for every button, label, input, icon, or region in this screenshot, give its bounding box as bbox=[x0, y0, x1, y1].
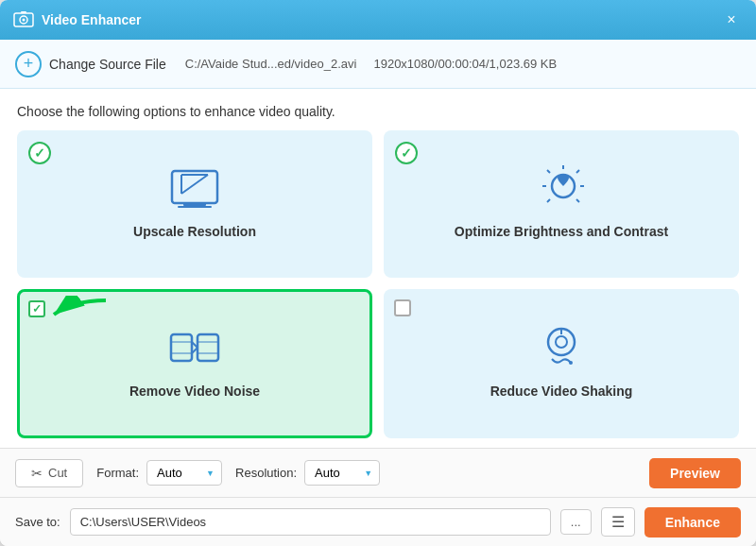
plus-icon: + bbox=[15, 51, 42, 77]
save-bar: Save to: ... ☰ Enhance bbox=[0, 497, 756, 546]
window-title: Video Enhancer bbox=[42, 12, 720, 27]
brightness-icon bbox=[533, 165, 590, 213]
bottom-toolbar: ✂ Cut Format: Auto Resolution: Auto Prev… bbox=[0, 448, 756, 497]
shaking-icon bbox=[533, 325, 590, 372]
close-button[interactable]: × bbox=[720, 9, 743, 31]
main-window: Video Enhancer × + Change Source File C:… bbox=[0, 0, 756, 546]
option-card-shaking[interactable]: Reduce Video Shaking bbox=[384, 289, 739, 438]
svg-line-17 bbox=[547, 199, 550, 202]
preview-button[interactable]: Preview bbox=[649, 458, 741, 488]
save-to-label: Save to: bbox=[15, 515, 60, 529]
folder-icon: ☰ bbox=[611, 514, 625, 530]
svg-point-30 bbox=[569, 361, 573, 365]
svg-line-7 bbox=[181, 175, 208, 194]
noise-label: Remove Video Noise bbox=[129, 384, 260, 399]
title-bar: Video Enhancer × bbox=[0, 0, 756, 40]
file-metadata: 1920x1080/00:00:04/1,023.69 KB bbox=[373, 57, 557, 71]
resolution-dropdown-wrapper: Auto bbox=[304, 460, 380, 486]
save-path-input[interactable] bbox=[70, 508, 551, 536]
shaking-label: Reduce Video Shaking bbox=[490, 384, 633, 399]
source-file-info: C:/AVaide Stud...ed/video_2.avi 1920x108… bbox=[185, 57, 557, 71]
svg-rect-19 bbox=[171, 334, 192, 361]
instruction-text: Choose the following options to enhance … bbox=[17, 104, 739, 119]
browse-dots-button[interactable]: ... bbox=[560, 509, 592, 535]
option-card-upscale[interactable]: Upscale Resolution bbox=[17, 130, 372, 278]
change-source-label: Change Source File bbox=[49, 57, 166, 72]
option-card-brightness[interactable]: Optimize Brightness and Contrast bbox=[384, 130, 739, 278]
options-grid: Upscale Resolution bbox=[17, 130, 739, 438]
change-source-button[interactable]: + Change Source File bbox=[15, 51, 166, 77]
svg-point-28 bbox=[556, 336, 567, 348]
format-dropdown[interactable]: Auto bbox=[146, 460, 222, 486]
svg-line-15 bbox=[547, 170, 550, 173]
resolution-group: Resolution: Auto bbox=[235, 460, 380, 486]
format-group: Format: Auto bbox=[96, 460, 222, 486]
file-path: C:/AVaide Stud...ed/video_2.avi bbox=[185, 57, 357, 71]
checkbox-shaking[interactable] bbox=[394, 299, 411, 316]
main-content: Choose the following options to enhance … bbox=[0, 89, 756, 448]
svg-rect-5 bbox=[183, 203, 206, 206]
checkbox-noise[interactable]: ✓ bbox=[28, 300, 45, 317]
option-card-noise[interactable]: ✓ bbox=[17, 289, 372, 438]
brightness-label: Optimize Brightness and Contrast bbox=[455, 224, 668, 239]
svg-line-14 bbox=[576, 199, 579, 202]
format-label: Format: bbox=[96, 466, 139, 480]
green-arrow-annotation bbox=[44, 296, 111, 333]
resolution-label: Resolution: bbox=[235, 466, 297, 480]
svg-point-2 bbox=[23, 19, 26, 22]
source-bar: + Change Source File C:/AVaide Stud...ed… bbox=[0, 40, 756, 89]
resolution-dropdown[interactable]: Auto bbox=[304, 460, 380, 486]
cut-label: Cut bbox=[48, 466, 67, 480]
noise-icon bbox=[166, 325, 223, 372]
scissors-icon: ✂ bbox=[31, 466, 43, 481]
svg-rect-20 bbox=[198, 334, 218, 361]
upscale-icon bbox=[166, 165, 223, 213]
svg-rect-3 bbox=[21, 11, 26, 13]
upscale-label: Upscale Resolution bbox=[133, 224, 256, 239]
enhance-button[interactable]: Enhance bbox=[644, 507, 741, 537]
svg-line-12 bbox=[576, 170, 579, 173]
svg-rect-6 bbox=[178, 206, 212, 208]
app-icon bbox=[13, 9, 34, 30]
cut-button[interactable]: ✂ Cut bbox=[15, 459, 83, 487]
format-dropdown-wrapper: Auto bbox=[146, 460, 222, 486]
checkbox-upscale[interactable] bbox=[28, 142, 51, 164]
checkbox-brightness[interactable] bbox=[395, 142, 418, 164]
svg-rect-4 bbox=[172, 171, 217, 203]
open-folder-button[interactable]: ☰ bbox=[601, 507, 635, 537]
